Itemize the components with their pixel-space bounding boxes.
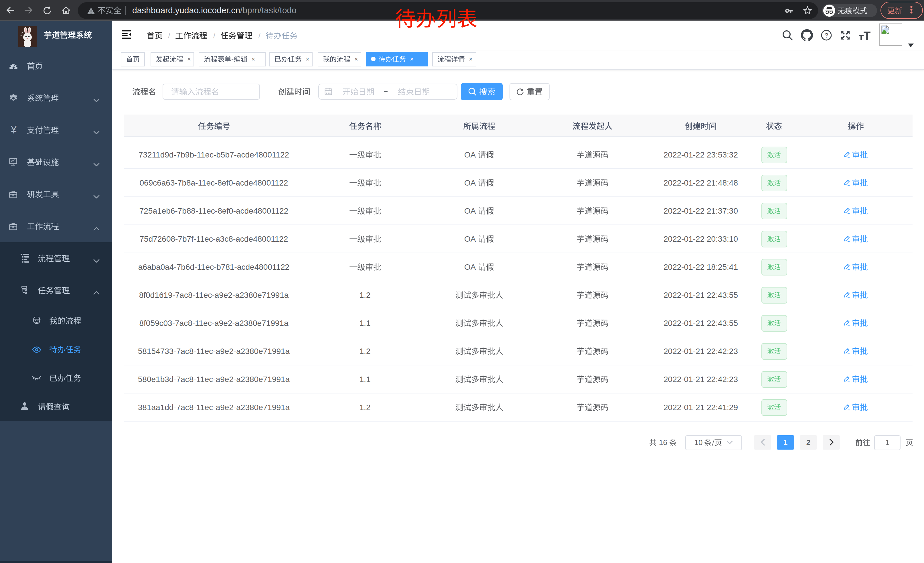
svg-text:?: ? <box>825 32 828 39</box>
